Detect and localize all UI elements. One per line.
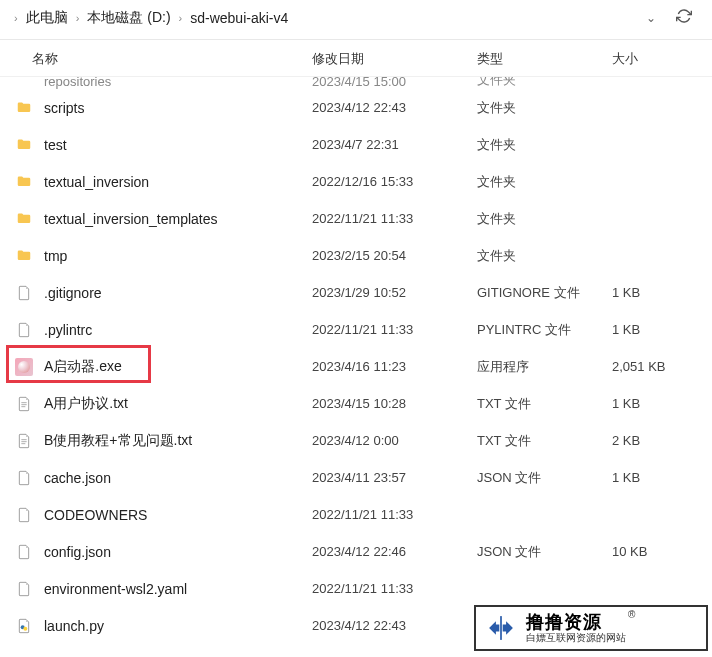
watermark: 撸撸资源 白嫖互联网资源的网站 ® [474, 605, 708, 651]
file-date: 2023/4/12 22:46 [312, 544, 477, 559]
file-row[interactable]: CODEOWNERS2022/11/21 11:33 [0, 496, 712, 533]
file-type: GITIGNORE 文件 [477, 284, 612, 302]
watermark-sub: 白嫖互联网资源的网站 [526, 632, 626, 643]
file-row[interactable]: textual_inversion2022/12/16 15:33文件夹 [0, 163, 712, 200]
file-size: 10 KB [612, 544, 712, 559]
column-header-date[interactable]: 修改日期 [312, 50, 477, 68]
document-icon [14, 542, 34, 562]
file-date: 2022/11/21 11:33 [312, 211, 477, 226]
file-name: tmp [44, 248, 312, 264]
folder-icon [14, 77, 34, 89]
file-type: PYLINTRC 文件 [477, 321, 612, 339]
file-type: 文件夹 [477, 77, 612, 89]
breadcrumb-item[interactable]: sd-webui-aki-v4 [190, 10, 288, 26]
file-name: A启动器.exe [44, 358, 312, 376]
file-name: textual_inversion [44, 174, 312, 190]
file-name: .gitignore [44, 285, 312, 301]
chevron-down-icon[interactable]: ⌄ [646, 11, 656, 25]
document-icon [14, 394, 34, 414]
file-row[interactable]: .gitignore2023/1/29 10:52GITIGNORE 文件1 K… [0, 274, 712, 311]
document-icon [14, 468, 34, 488]
breadcrumb-item[interactable]: 本地磁盘 (D:) [87, 9, 170, 27]
file-size: 1 KB [612, 285, 712, 300]
file-date: 2023/4/16 11:23 [312, 359, 477, 374]
refresh-icon[interactable] [676, 8, 692, 28]
file-date: 2023/4/15 15:00 [312, 77, 477, 89]
file-row[interactable]: textual_inversion_templates2022/11/21 11… [0, 200, 712, 237]
file-date: 2022/11/21 11:33 [312, 507, 477, 522]
file-name: cache.json [44, 470, 312, 486]
breadcrumb-controls: ⌄ [646, 8, 692, 28]
file-name: textual_inversion_templates [44, 211, 312, 227]
file-name: B使用教程+常见问题.txt [44, 432, 312, 450]
folder-icon [14, 246, 34, 266]
file-type: 文件夹 [477, 173, 612, 191]
file-row[interactable]: config.json2023/4/12 22:46JSON 文件10 KB [0, 533, 712, 570]
file-name: test [44, 137, 312, 153]
file-name: A用户协议.txt [44, 395, 312, 413]
python-file-icon [14, 616, 34, 636]
chevron-right-icon: › [76, 12, 80, 24]
file-name: environment-wsl2.yaml [44, 581, 312, 597]
file-date: 2023/4/12 22:43 [312, 100, 477, 115]
file-date: 2023/4/15 10:28 [312, 396, 477, 411]
breadcrumb-bar: › 此电脑 › 本地磁盘 (D:) › sd-webui-aki-v4 ⌄ [0, 0, 712, 40]
file-type: 文件夹 [477, 136, 612, 154]
file-row[interactable]: A启动器.exe2023/4/16 11:23应用程序2,051 KB [0, 348, 712, 385]
column-header-name[interactable]: 名称 [0, 50, 312, 68]
file-name: repositories [44, 77, 312, 89]
file-size: 2,051 KB [612, 359, 712, 374]
file-type: 文件夹 [477, 210, 612, 228]
watermark-text: 撸撸资源 白嫖互联网资源的网站 [526, 613, 626, 644]
file-name: launch.py [44, 618, 312, 634]
file-row[interactable]: B使用教程+常见问题.txt2023/4/12 0:00TXT 文件2 KB [0, 422, 712, 459]
file-date: 2023/2/15 20:54 [312, 248, 477, 263]
file-date: 2022/11/21 11:33 [312, 581, 477, 596]
file-date: 2023/4/12 22:43 [312, 618, 477, 633]
column-header-type[interactable]: 类型 [477, 50, 612, 68]
svg-rect-0 [500, 616, 502, 640]
file-type: JSON 文件 [477, 469, 612, 487]
file-row[interactable]: tmp2023/2/15 20:54文件夹 [0, 237, 712, 274]
file-row[interactable]: environment-wsl2.yaml2022/11/21 11:33 [0, 570, 712, 607]
chevron-right-icon: › [179, 12, 183, 24]
folder-icon [14, 172, 34, 192]
breadcrumb[interactable]: › 此电脑 › 本地磁盘 (D:) › sd-webui-aki-v4 [10, 9, 646, 27]
file-row[interactable]: scripts2023/4/12 22:43文件夹 [0, 89, 712, 126]
file-date: 2022/11/21 11:33 [312, 322, 477, 337]
file-list: repositories 2023/4/15 15:00 文件夹 scripts… [0, 77, 712, 644]
folder-icon [14, 98, 34, 118]
file-size: 1 KB [612, 470, 712, 485]
document-icon [14, 283, 34, 303]
watermark-registered: ® [628, 609, 635, 620]
file-name: CODEOWNERS [44, 507, 312, 523]
file-type: 文件夹 [477, 99, 612, 117]
file-type: TXT 文件 [477, 432, 612, 450]
file-row[interactable]: A用户协议.txt2023/4/15 10:28TXT 文件1 KB [0, 385, 712, 422]
file-name: config.json [44, 544, 312, 560]
file-date: 2022/12/16 15:33 [312, 174, 477, 189]
document-icon [14, 320, 34, 340]
columns-header: 名称 修改日期 类型 大小 [0, 40, 712, 77]
column-header-size[interactable]: 大小 [612, 50, 712, 68]
watermark-main: 撸撸资源 [526, 613, 626, 633]
file-size: 1 KB [612, 322, 712, 337]
file-name: .pylintrc [44, 322, 312, 338]
file-row[interactable]: .pylintrc2022/11/21 11:33PYLINTRC 文件1 KB [0, 311, 712, 348]
document-icon [14, 431, 34, 451]
folder-icon [14, 135, 34, 155]
file-row-partial[interactable]: repositories 2023/4/15 15:00 文件夹 [0, 77, 712, 89]
chevron-right-icon: › [14, 12, 18, 24]
file-date: 2023/4/7 22:31 [312, 137, 477, 152]
exe-icon [14, 357, 34, 377]
watermark-logo-icon [482, 610, 520, 646]
file-row[interactable]: test2023/4/7 22:31文件夹 [0, 126, 712, 163]
file-row[interactable]: cache.json2023/4/11 23:57JSON 文件1 KB [0, 459, 712, 496]
file-size: 1 KB [612, 396, 712, 411]
file-date: 2023/4/12 0:00 [312, 433, 477, 448]
file-type: 应用程序 [477, 358, 612, 376]
document-icon [14, 505, 34, 525]
file-name: scripts [44, 100, 312, 116]
column-name-label: 名称 [32, 50, 58, 68]
breadcrumb-item[interactable]: 此电脑 [26, 9, 68, 27]
